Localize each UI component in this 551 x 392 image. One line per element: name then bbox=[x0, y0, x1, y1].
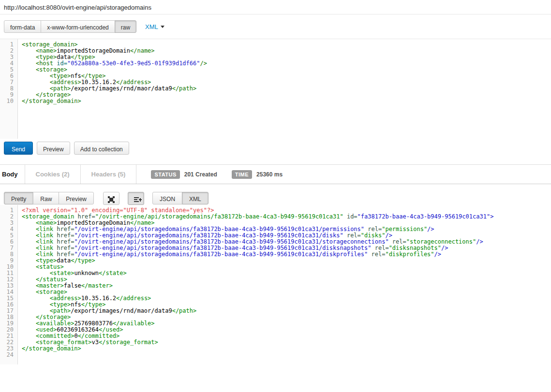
raw-type-selector[interactable]: XML bbox=[145, 20, 164, 30]
url-bar[interactable]: http://localhost:8080/ovirt-engine/api/s… bbox=[0, 0, 551, 15]
view-raw-button[interactable]: Raw bbox=[33, 192, 59, 204]
view-pretty-button[interactable]: Pretty bbox=[4, 192, 33, 204]
format-mode-group: JSON XML bbox=[152, 192, 208, 204]
time-value: 25360 ms bbox=[256, 171, 283, 178]
code-line: 11 <state>unknown</state> bbox=[0, 270, 551, 276]
code-line: 10</storage_domain> bbox=[0, 98, 551, 104]
line-number: 1 bbox=[0, 42, 17, 48]
code-line: 17 <path>/export/images/rnd/maor/data9</… bbox=[0, 308, 551, 314]
format-lines-icon bbox=[134, 197, 138, 203]
send-button[interactable]: Send bbox=[4, 142, 33, 155]
response-body-viewer[interactable]: 1<?xml version="1.0" encoding="UTF-8" st… bbox=[0, 205, 551, 364]
line-number: 8 bbox=[0, 86, 17, 92]
line-number: 3 bbox=[0, 54, 17, 60]
response-meta: STATUS 201 Created TIME 25360 ms bbox=[151, 165, 283, 184]
body-type-tab-group: form-data x-www-form-urlencoded raw bbox=[4, 20, 136, 33]
line-number: 6 bbox=[0, 73, 17, 79]
tab-x-www-form-urlencoded[interactable]: x-www-form-urlencoded bbox=[41, 20, 115, 33]
fullscreen-icon bbox=[109, 198, 113, 202]
line-number: 2 bbox=[0, 48, 17, 54]
request-url[interactable]: http://localhost:8080/ovirt-engine/api/s… bbox=[4, 4, 151, 11]
code-line: 4 <host id="052a880a-53e0-4fe3-9ed5-01f9… bbox=[0, 60, 551, 67]
raw-type-label[interactable]: XML bbox=[145, 23, 158, 30]
line-number: 4 bbox=[0, 226, 17, 232]
line-number: 10 bbox=[0, 98, 17, 104]
chevron-down-icon bbox=[161, 26, 164, 28]
response-toolbar: Pretty Raw Preview JSON XML bbox=[0, 184, 551, 205]
code-line: 13 <master>false</master> bbox=[0, 283, 551, 289]
body-type-row: form-data x-www-form-urlencoded raw XML bbox=[0, 15, 551, 39]
status-badge: STATUS bbox=[151, 170, 179, 179]
format-json-button[interactable]: JSON bbox=[152, 192, 182, 204]
code-line: 22 <storage_format>v3</storage_format> bbox=[0, 339, 551, 346]
code-line: 9 <type>data</type> bbox=[0, 258, 551, 264]
line-number: 5 bbox=[0, 67, 17, 73]
line-number: 3 bbox=[0, 220, 17, 226]
line-number: 7 bbox=[0, 79, 17, 86]
line-number: 2 bbox=[0, 214, 17, 220]
tab-form-data[interactable]: form-data bbox=[4, 20, 41, 33]
status-value: 201 Created bbox=[184, 171, 217, 178]
code-line: 24 bbox=[0, 352, 551, 358]
line-number: 6 bbox=[0, 239, 17, 245]
view-mode-group: Pretty Raw Preview bbox=[4, 192, 94, 204]
preview-button[interactable]: Preview bbox=[37, 142, 70, 155]
code-line: 23</storage_domain> bbox=[0, 346, 551, 352]
response-tabs-row: Body Cookies (2) Headers (5) STATUS 201 … bbox=[0, 164, 551, 184]
request-body-editor[interactable]: 1<storage_domain>2 <name>importedStorage… bbox=[0, 39, 551, 139]
format-lines-button[interactable] bbox=[128, 192, 144, 205]
line-number: 4 bbox=[0, 60, 17, 67]
tab-body[interactable]: Body bbox=[0, 165, 25, 184]
line-number: 7 bbox=[0, 245, 17, 251]
line-number: 5 bbox=[0, 232, 17, 239]
code-line: 9 </storage> bbox=[0, 92, 551, 98]
code-line: 8 <path>/export/images/rnd/maor/data9</p… bbox=[0, 86, 551, 92]
tab-raw[interactable]: raw bbox=[115, 20, 136, 33]
time-badge: TIME bbox=[232, 170, 252, 179]
request-actions-row: Send Preview Add to collection bbox=[0, 139, 551, 164]
line-number: 8 bbox=[0, 251, 17, 258]
tab-headers[interactable]: Headers (5) bbox=[81, 165, 137, 184]
fullscreen-button[interactable] bbox=[103, 192, 119, 205]
tab-cookies[interactable]: Cookies (2) bbox=[25, 165, 81, 184]
add-to-collection-button[interactable]: Add to collection bbox=[74, 142, 129, 155]
line-number: 1 bbox=[0, 207, 17, 214]
format-xml-button[interactable]: XML bbox=[182, 192, 208, 204]
view-preview-button[interactable]: Preview bbox=[59, 192, 94, 204]
line-number: 24 bbox=[0, 352, 17, 358]
